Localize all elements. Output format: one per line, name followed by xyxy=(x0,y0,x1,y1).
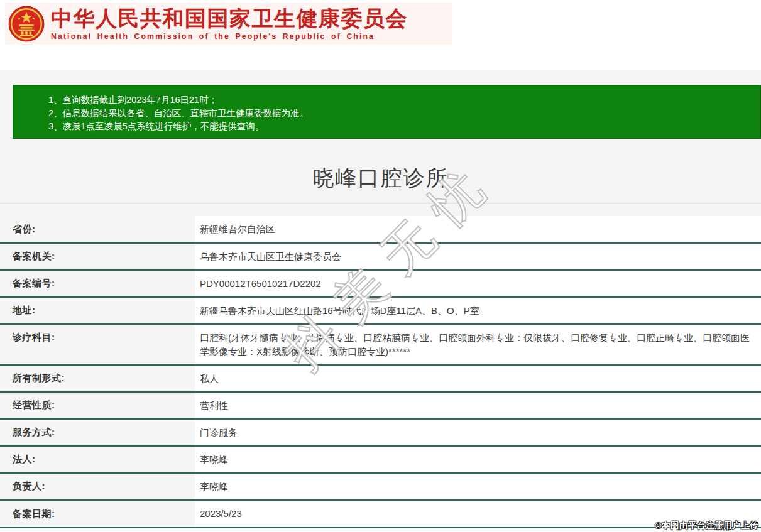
field-value: 乌鲁木齐市天山区卫生健康委员会 xyxy=(195,244,761,269)
record-row-service-mode: 服务方式: 门诊服务 xyxy=(0,420,761,447)
record-row-address: 地址: 新疆乌鲁木齐市天山区红山路16号时代广场D座11层A、B、O、P室 xyxy=(0,298,761,325)
field-value: 私人 xyxy=(195,366,761,391)
field-label: 地址: xyxy=(0,298,195,323)
field-label: 经营性质: xyxy=(0,393,195,418)
record-row-person-in-charge: 负责人: 李晓峰 xyxy=(0,474,761,501)
notice-band: 1、查询数据截止到2023年7月16日21时； 2、信息数据结果以各省、自治区、… xyxy=(0,70,761,216)
field-label: 诊疗科目: xyxy=(0,325,195,364)
field-value: 李晓峰 xyxy=(195,447,761,472)
field-value: 新疆乌鲁木齐市天山区红山路16号时代广场D座11层A、B、O、P室 xyxy=(195,298,761,323)
field-label: 负责人: xyxy=(0,474,195,499)
field-label: 备案日期: xyxy=(0,501,195,527)
header-banner: 中华人民共和国国家卫生健康委员会 National Health Commiss… xyxy=(5,3,452,45)
notice-line-2: 2、信息数据结果以各省、自治区、直辖市卫生健康委数据为准。 xyxy=(48,107,755,120)
field-label: 省份: xyxy=(0,216,195,242)
record-row-ownership: 所有制形式: 私人 xyxy=(0,366,761,393)
site-header: 中华人民共和国国家卫生健康委员会 National Health Commiss… xyxy=(0,0,761,70)
record-row-departments: 诊疗科目: 口腔科(牙体牙髓病专业、牙周病专业、口腔粘膜病专业、口腔颌面外科专业… xyxy=(0,325,761,366)
field-label: 所有制形式: xyxy=(0,366,195,391)
field-value: 门诊服务 xyxy=(195,420,761,445)
field-label: 备案编号: xyxy=(0,271,195,296)
corner-watermark: ©本图由平台注册用户上传 xyxy=(655,520,758,531)
notice-line-1: 1、查询数据截止到2023年7月16日21时； xyxy=(48,94,755,107)
header-title-en: National Health Commission of the People… xyxy=(51,32,408,41)
notice-box: 1、查询数据截止到2023年7月16日21时； 2、信息数据结果以各省、自治区、… xyxy=(13,85,761,139)
field-label: 备案机关: xyxy=(0,244,195,269)
field-value: 新疆维吾尔自治区 xyxy=(195,216,761,242)
field-value: 营利性 xyxy=(195,393,761,418)
china-national-emblem-icon xyxy=(8,6,45,42)
field-value: 李晓峰 xyxy=(195,474,761,499)
header-title-cn: 中华人民共和国国家卫生健康委员会 xyxy=(51,7,408,30)
record-row-filing-date: 备案日期: 2023/5/23 xyxy=(0,501,761,528)
field-label: 服务方式: xyxy=(0,420,195,445)
clinic-title: 晓峰口腔诊所 xyxy=(0,164,761,193)
field-value: 口腔科(牙体牙髓病专业、牙周病专业、口腔粘膜病专业、口腔颌面外科专业：仅限拔牙、… xyxy=(195,325,761,364)
record-row-authority: 备案机关: 乌鲁木齐市天山区卫生健康委员会 xyxy=(0,244,761,271)
record-row-business-nature: 经营性质: 营利性 xyxy=(0,393,761,420)
header-titles: 中华人民共和国国家卫生健康委员会 National Health Commiss… xyxy=(51,7,408,41)
field-label: 法人: xyxy=(0,447,195,472)
record-table: 省份: 新疆维吾尔自治区 备案机关: 乌鲁木齐市天山区卫生健康委员会 备案编号:… xyxy=(0,216,761,528)
band-divider xyxy=(0,203,761,204)
notice-line-3: 3、凌晨1点至凌晨5点系统进行维护，不能提供查询。 xyxy=(48,120,755,133)
record-row-number: 备案编号: PDY00012T65010217D2202 xyxy=(0,271,761,298)
field-value: PDY00012T65010217D2202 xyxy=(195,271,761,296)
record-row-legal-person: 法人: 李晓峰 xyxy=(0,447,761,474)
record-row-province: 省份: 新疆维吾尔自治区 xyxy=(0,216,761,244)
